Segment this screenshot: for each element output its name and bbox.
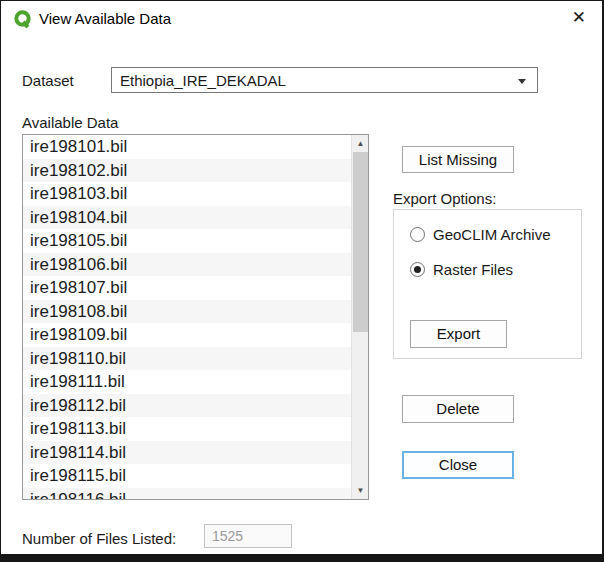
window-title: View Available Data xyxy=(39,10,171,27)
list-item[interactable]: ire198102.bil xyxy=(23,159,351,183)
dataset-label: Dataset xyxy=(22,72,74,89)
list-item[interactable]: ire198108.bil xyxy=(23,300,351,324)
available-data-label: Available Data xyxy=(22,114,118,131)
list-item[interactable]: ire198112.bil xyxy=(23,394,351,418)
radio-option[interactable]: Raster Files xyxy=(410,259,581,279)
list-item[interactable]: ire198105.bil xyxy=(23,229,351,253)
dataset-selected-value: Ethiopia_IRE_DEKADAL xyxy=(120,72,286,89)
radio-option[interactable]: GeoCLIM Archive xyxy=(410,224,581,244)
app-logo-icon xyxy=(13,9,33,29)
screenshot-frame: View Available Data ✕ Dataset Ethiopia_I… xyxy=(0,0,604,562)
radio-button-icon xyxy=(410,227,425,242)
file-list: ire198101.bil ire198102.bil ire198103.bi… xyxy=(23,135,351,499)
list-missing-button[interactable]: List Missing xyxy=(402,146,514,173)
list-item[interactable]: ire198116.bil xyxy=(23,488,351,500)
radio-button-icon xyxy=(410,262,425,277)
close-icon[interactable]: ✕ xyxy=(572,8,586,28)
export-button[interactable]: Export xyxy=(410,320,507,348)
list-item[interactable]: ire198103.bil xyxy=(23,182,351,206)
list-item[interactable]: ire198107.bil xyxy=(23,276,351,300)
scrollbar-thumb[interactable] xyxy=(353,152,368,332)
vertical-scrollbar[interactable]: ▲ ▼ xyxy=(351,135,368,499)
list-item[interactable]: ire198111.bil xyxy=(23,370,351,394)
list-item[interactable]: ire198101.bil xyxy=(23,135,351,159)
list-item[interactable]: ire198114.bil xyxy=(23,441,351,465)
export-options-label: Export Options: xyxy=(393,190,496,207)
list-item[interactable]: ire198110.bil xyxy=(23,347,351,371)
radio-option-label: Raster Files xyxy=(433,261,513,278)
close-button[interactable]: Close xyxy=(402,451,514,479)
list-item[interactable]: ire198113.bil xyxy=(23,417,351,441)
list-item[interactable]: ire198104.bil xyxy=(23,206,351,230)
list-item[interactable]: ire198115.bil xyxy=(23,464,351,488)
scroll-down-icon[interactable]: ▼ xyxy=(352,482,369,499)
dataset-dropdown[interactable]: Ethiopia_IRE_DEKADAL xyxy=(111,67,538,93)
view-available-data-dialog: View Available Data ✕ Dataset Ethiopia_I… xyxy=(1,1,602,554)
file-count-label: Number of Files Listed: xyxy=(22,530,176,547)
list-item[interactable]: ire198109.bil xyxy=(23,323,351,347)
scroll-up-icon[interactable]: ▲ xyxy=(352,135,369,152)
list-item[interactable]: ire198106.bil xyxy=(23,253,351,277)
title-bar: View Available Data ✕ xyxy=(1,1,602,37)
export-options-group: GeoCLIM Archive Raster Files Export xyxy=(393,209,582,359)
dropdown-arrow-icon xyxy=(518,79,526,84)
delete-button[interactable]: Delete xyxy=(402,395,514,423)
radio-option-label: GeoCLIM Archive xyxy=(433,226,551,243)
available-data-list: ire198101.bil ire198102.bil ire198103.bi… xyxy=(22,134,369,500)
radio-group: GeoCLIM Archive Raster Files xyxy=(410,224,581,279)
file-count-field: 1525 xyxy=(204,524,292,548)
